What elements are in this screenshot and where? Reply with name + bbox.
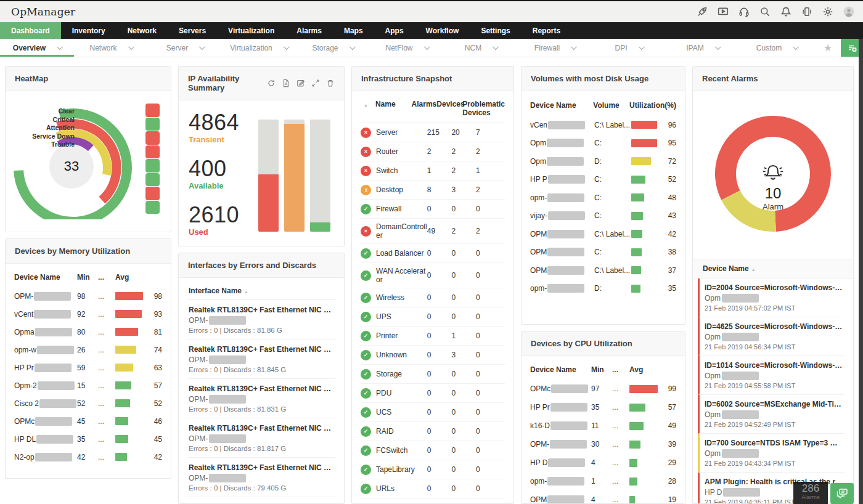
list-header[interactable]: Device Name▲ <box>693 259 853 278</box>
table-row[interactable]: HP P C: 52 <box>530 171 676 189</box>
subnav-item-storage[interactable]: Storage <box>296 39 370 57</box>
search-icon[interactable] <box>759 6 771 18</box>
tab-network[interactable]: Network <box>117 22 168 39</box>
table-row[interactable]: HP D 4 ... 29 <box>530 453 676 472</box>
chevron-down-icon[interactable] <box>57 44 63 50</box>
table-row[interactable]: Opm C: 95 <box>530 134 676 153</box>
edit-icon[interactable] <box>297 79 305 87</box>
subnav-item-netflow[interactable]: NetFlow <box>370 39 444 57</box>
chevron-down-icon[interactable] <box>571 44 577 50</box>
heat-square[interactable] <box>145 118 160 131</box>
table-row[interactable]: vijay- C: 43 <box>530 207 676 226</box>
heat-square[interactable] <box>145 131 160 145</box>
table-row[interactable]: × Router 2 2 2 <box>361 142 505 161</box>
subnav-item-ncm[interactable]: NCM <box>444 39 518 57</box>
rocket-icon[interactable] <box>696 6 708 18</box>
scrollbar[interactable] <box>859 39 863 504</box>
tab-servers[interactable]: Servers <box>168 22 217 39</box>
table-row[interactable]: × Switch 1 2 1 <box>361 161 505 181</box>
table-row[interactable]: ✓ WAN Accelerator 0 0 0 <box>361 263 505 288</box>
table-row[interactable]: ✓ Load Balancer 0 0 0 <box>361 244 505 263</box>
heat-square[interactable] <box>145 201 160 214</box>
table-row[interactable]: !! Desktop 8 3 2 <box>361 181 505 200</box>
delete-icon[interactable] <box>326 79 335 87</box>
chevron-down-icon[interactable] <box>638 44 644 50</box>
table-row[interactable]: ✓ Printer 0 1 0 <box>361 327 505 346</box>
chevron-down-icon[interactable] <box>423 44 430 50</box>
table-row[interactable]: Opm D: 72 <box>530 152 676 171</box>
tab-maps[interactable]: Maps <box>333 22 374 39</box>
tab-alarms[interactable]: Alarms <box>285 22 333 39</box>
list-item[interactable]: Realtek RTL8139C+ Fast Ethernet NIC #3-N… <box>187 300 335 339</box>
table-row[interactable]: Cisco 2 52 ... 52 <box>14 394 162 412</box>
headset-icon[interactable] <box>738 6 750 18</box>
heat-square[interactable] <box>145 104 160 117</box>
table-row[interactable]: opm- D: 35 <box>530 280 676 298</box>
heat-square[interactable] <box>145 187 160 200</box>
table-row[interactable]: ✓ TapeLibrary 0 0 0 <box>361 460 505 479</box>
chevron-down-icon[interactable] <box>793 44 799 50</box>
tab-reports[interactable]: Reports <box>521 22 571 39</box>
refresh-icon[interactable] <box>267 79 276 87</box>
alarm-item[interactable]: ID=1014 Source=Microsoft-Windows-DNS-Cli… <box>698 356 845 395</box>
bell-icon[interactable] <box>780 6 791 18</box>
chevron-down-icon[interactable] <box>199 44 205 50</box>
subnav-item-dpi[interactable]: DPI <box>592 39 666 57</box>
chevron-down-icon[interactable] <box>715 44 721 50</box>
table-row[interactable]: ✓ PDU 0 0 0 <box>361 384 505 403</box>
gear-icon[interactable] <box>822 6 833 18</box>
ip-bar[interactable] <box>284 120 305 232</box>
table-row[interactable]: OPM C:\ Label... 37 <box>530 261 676 280</box>
table-row[interactable]: ✓ Firewall 0 0 0 <box>361 200 505 219</box>
table-row[interactable]: OPM 4 ... 19 <box>530 490 676 504</box>
chevron-down-icon[interactable] <box>349 44 355 50</box>
list-item[interactable]: Realtek RTL8139C+ Fast Ethernet NIC #3-E… <box>187 458 335 497</box>
alarms-donut-chart[interactable]: 10 Alarm <box>701 95 845 259</box>
alarm-item[interactable]: ID=4625 Source=Microsoft-Windows-Securit… <box>698 317 845 356</box>
table-row[interactable]: HP Pr 35 ... 57 <box>530 398 676 417</box>
subnav-item-network[interactable]: Network <box>74 39 148 57</box>
subnav-item-custom[interactable]: Custom <box>740 39 814 57</box>
table-row[interactable]: vCen C:\ Label... 96 <box>530 116 676 134</box>
table-row[interactable]: ✓ RAID 0 0 0 <box>361 422 505 441</box>
list-item[interactable]: Realtek RTL8139C+ Fast Ethernet NIC #3-W… <box>187 379 335 418</box>
subnav-item-virtualization[interactable]: Virtualization <box>222 39 296 57</box>
alarm-item[interactable]: ID=6002 Source=MSExchange Mid-Tier Stora… <box>698 395 845 434</box>
table-row[interactable]: ✓ Wireless 0 0 0 <box>361 288 505 307</box>
favorite-star-icon[interactable]: ★ <box>815 42 841 54</box>
tab-settings[interactable]: Settings <box>470 22 521 39</box>
heat-square[interactable] <box>145 159 160 173</box>
alarm-item[interactable]: ID=700 Source=NTDS ISAM Type=3 Message=N… <box>698 434 845 473</box>
table-row[interactable]: HP Pr 59 ... 63 <box>14 359 162 376</box>
app-logo[interactable]: OpManager <box>11 6 75 18</box>
table-row[interactable]: ✓ Unknown 0 3 0 <box>361 346 505 365</box>
tab-apps[interactable]: Apps <box>374 22 415 39</box>
list-header[interactable]: Interface Name▲ <box>187 282 335 300</box>
table-row[interactable]: OPMc 97 ... 99 <box>530 380 676 398</box>
subnav-item-server[interactable]: Server <box>148 39 222 57</box>
table-row[interactable]: × Server 215 20 7 <box>361 123 505 142</box>
chat-button[interactable] <box>830 483 854 504</box>
table-row[interactable]: OPM C: 38 <box>530 243 676 262</box>
table-row[interactable]: OPMc 45 ... 46 <box>14 412 162 430</box>
tab-workflow[interactable]: Workflow <box>415 22 470 39</box>
mobile-icon[interactable] <box>801 6 812 18</box>
table-row[interactable]: OPM C:\ Label... 42 <box>530 225 676 243</box>
subnav-item-ipam[interactable]: IPAM <box>666 39 740 57</box>
table-row[interactable]: Opma 80 ... 81 <box>14 323 162 341</box>
list-item[interactable]: Realtek RTL8139C+ Fast Ethernet NIC #3-N… <box>187 339 335 379</box>
export-icon[interactable] <box>282 79 290 87</box>
chevron-down-icon[interactable] <box>493 44 499 50</box>
presentation-icon[interactable] <box>717 6 729 18</box>
subnav-item-firewall[interactable]: Firewall <box>518 39 592 57</box>
heat-square[interactable] <box>145 145 160 159</box>
expand-icon[interactable] <box>311 79 320 87</box>
heat-square[interactable] <box>145 173 160 187</box>
list-item[interactable]: Realtek RTL8139C+ Fast Ethernet NIC #4-E… <box>187 497 335 504</box>
alarm-count-badge[interactable]: 286 Alarms <box>793 482 828 504</box>
table-row[interactable]: k16-D 11 ... 49 <box>530 417 676 435</box>
table-row[interactable]: opm-w 26 ... 74 <box>14 341 162 359</box>
tab-dashboard[interactable]: Dashboard <box>0 22 61 39</box>
table-row[interactable]: ✓ UCS 0 0 0 <box>361 403 505 422</box>
table-row[interactable]: HP DL 35 ... 45 <box>14 430 162 448</box>
